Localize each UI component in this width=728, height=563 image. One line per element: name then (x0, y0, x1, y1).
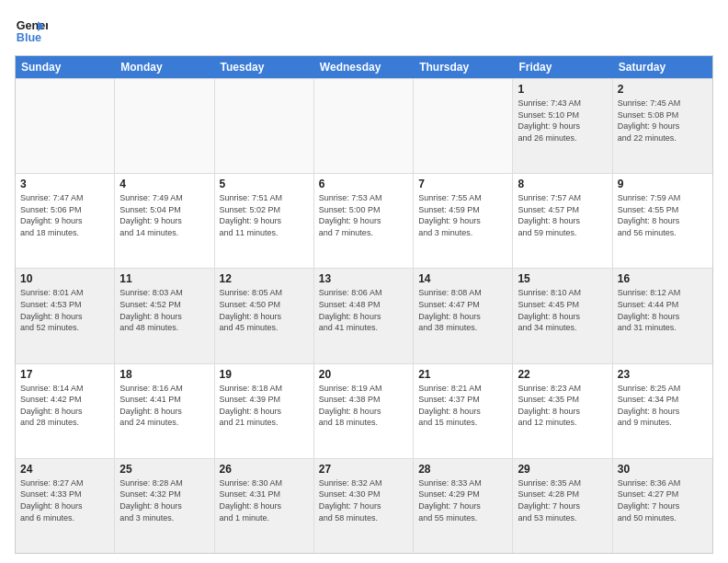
day-cell-5: 5Sunrise: 7:51 AM Sunset: 5:02 PM Daylig… (215, 174, 314, 268)
day-info: Sunrise: 7:55 AM Sunset: 4:59 PM Dayligh… (418, 192, 507, 238)
day-number: 2 (618, 83, 708, 96)
empty-cell (414, 79, 513, 173)
day-info: Sunrise: 7:47 AM Sunset: 5:06 PM Dayligh… (20, 192, 109, 238)
day-cell-7: 7Sunrise: 7:55 AM Sunset: 4:59 PM Daylig… (414, 174, 513, 268)
day-number: 17 (20, 368, 109, 381)
weekday-header-tuesday: Tuesday (215, 56, 314, 78)
empty-cell (215, 79, 314, 173)
day-cell-10: 10Sunrise: 8:01 AM Sunset: 4:53 PM Dayli… (16, 269, 115, 362)
calendar-row-2: 10Sunrise: 8:01 AM Sunset: 4:53 PM Dayli… (16, 268, 712, 362)
day-number: 4 (119, 178, 209, 190)
day-number: 22 (518, 368, 607, 381)
day-cell-17: 17Sunrise: 8:14 AM Sunset: 4:42 PM Dayli… (16, 364, 115, 458)
empty-cell (16, 79, 115, 173)
day-number: 28 (418, 463, 507, 476)
day-cell-19: 19Sunrise: 8:18 AM Sunset: 4:39 PM Dayli… (215, 364, 314, 458)
day-number: 15 (518, 272, 607, 285)
day-info: Sunrise: 8:05 AM Sunset: 4:50 PM Dayligh… (220, 287, 309, 333)
day-cell-28: 28Sunrise: 8:33 AM Sunset: 4:29 PM Dayli… (414, 459, 513, 553)
calendar: SundayMondayTuesdayWednesdayThursdayFrid… (15, 55, 713, 554)
day-cell-16: 16Sunrise: 8:12 AM Sunset: 4:44 PM Dayli… (613, 269, 712, 362)
day-number: 26 (220, 463, 309, 476)
day-number: 3 (20, 178, 109, 190)
day-info: Sunrise: 8:03 AM Sunset: 4:52 PM Dayligh… (119, 287, 209, 333)
day-info: Sunrise: 8:28 AM Sunset: 4:32 PM Dayligh… (119, 477, 209, 523)
day-info: Sunrise: 8:06 AM Sunset: 4:48 PM Dayligh… (319, 287, 408, 333)
day-info: Sunrise: 7:43 AM Sunset: 5:10 PM Dayligh… (518, 98, 607, 144)
day-number: 13 (319, 272, 408, 285)
calendar-row-0: 1Sunrise: 7:43 AM Sunset: 5:10 PM Daylig… (16, 78, 712, 173)
calendar-body: 1Sunrise: 7:43 AM Sunset: 5:10 PM Daylig… (16, 78, 712, 553)
day-info: Sunrise: 7:51 AM Sunset: 5:02 PM Dayligh… (220, 192, 309, 238)
day-info: Sunrise: 8:32 AM Sunset: 4:30 PM Dayligh… (319, 477, 408, 523)
page-header: General Blue (15, 15, 713, 48)
day-number: 18 (119, 368, 209, 381)
weekday-header-thursday: Thursday (414, 56, 513, 78)
weekday-header-saturday: Saturday (613, 56, 712, 78)
day-number: 23 (618, 368, 708, 381)
day-number: 30 (618, 463, 708, 476)
day-info: Sunrise: 8:25 AM Sunset: 4:34 PM Dayligh… (618, 383, 708, 429)
day-number: 6 (319, 178, 408, 190)
day-cell-21: 21Sunrise: 8:21 AM Sunset: 4:37 PM Dayli… (414, 364, 513, 458)
day-number: 12 (220, 272, 309, 285)
day-number: 10 (20, 272, 109, 285)
day-cell-9: 9Sunrise: 7:59 AM Sunset: 4:55 PM Daylig… (613, 174, 712, 268)
day-info: Sunrise: 8:16 AM Sunset: 4:41 PM Dayligh… (119, 383, 209, 429)
calendar-header: SundayMondayTuesdayWednesdayThursdayFrid… (16, 56, 712, 78)
day-number: 29 (518, 463, 607, 476)
day-info: Sunrise: 7:59 AM Sunset: 4:55 PM Dayligh… (618, 192, 708, 238)
day-cell-14: 14Sunrise: 8:08 AM Sunset: 4:47 PM Dayli… (414, 269, 513, 362)
day-cell-4: 4Sunrise: 7:49 AM Sunset: 5:04 PM Daylig… (115, 174, 214, 268)
day-info: Sunrise: 8:12 AM Sunset: 4:44 PM Dayligh… (618, 287, 708, 333)
day-cell-8: 8Sunrise: 7:57 AM Sunset: 4:57 PM Daylig… (513, 174, 612, 268)
logo-icon: General Blue (15, 15, 48, 48)
day-cell-20: 20Sunrise: 8:19 AM Sunset: 4:38 PM Dayli… (314, 364, 414, 458)
day-info: Sunrise: 8:01 AM Sunset: 4:53 PM Dayligh… (20, 287, 109, 333)
day-number: 27 (319, 463, 408, 476)
day-cell-27: 27Sunrise: 8:32 AM Sunset: 4:30 PM Dayli… (314, 459, 414, 553)
day-cell-12: 12Sunrise: 8:05 AM Sunset: 4:50 PM Dayli… (215, 269, 314, 362)
day-cell-24: 24Sunrise: 8:27 AM Sunset: 4:33 PM Dayli… (16, 459, 115, 553)
day-info: Sunrise: 7:49 AM Sunset: 5:04 PM Dayligh… (119, 192, 209, 238)
day-number: 14 (418, 272, 507, 285)
empty-cell (314, 79, 414, 173)
logo: General Blue (15, 15, 48, 48)
day-cell-6: 6Sunrise: 7:53 AM Sunset: 5:00 PM Daylig… (314, 174, 414, 268)
weekday-header-sunday: Sunday (16, 56, 115, 78)
day-number: 5 (220, 178, 309, 190)
day-cell-30: 30Sunrise: 8:36 AM Sunset: 4:27 PM Dayli… (613, 459, 712, 553)
day-cell-13: 13Sunrise: 8:06 AM Sunset: 4:48 PM Dayli… (314, 269, 414, 362)
day-info: Sunrise: 8:36 AM Sunset: 4:27 PM Dayligh… (618, 477, 708, 523)
day-cell-15: 15Sunrise: 8:10 AM Sunset: 4:45 PM Dayli… (513, 269, 612, 362)
day-number: 16 (618, 272, 708, 285)
weekday-header-monday: Monday (115, 56, 214, 78)
day-cell-29: 29Sunrise: 8:35 AM Sunset: 4:28 PM Dayli… (513, 459, 612, 553)
day-info: Sunrise: 8:30 AM Sunset: 4:31 PM Dayligh… (220, 477, 309, 523)
calendar-row-3: 17Sunrise: 8:14 AM Sunset: 4:42 PM Dayli… (16, 363, 712, 458)
svg-text:Blue: Blue (17, 31, 41, 44)
day-cell-22: 22Sunrise: 8:23 AM Sunset: 4:35 PM Dayli… (513, 364, 612, 458)
day-info: Sunrise: 8:14 AM Sunset: 4:42 PM Dayligh… (20, 383, 109, 429)
day-number: 11 (119, 272, 209, 285)
empty-cell (115, 79, 214, 173)
weekday-header-friday: Friday (513, 56, 612, 78)
day-info: Sunrise: 8:27 AM Sunset: 4:33 PM Dayligh… (20, 477, 109, 523)
day-number: 9 (618, 178, 708, 190)
day-info: Sunrise: 8:23 AM Sunset: 4:35 PM Dayligh… (518, 383, 607, 429)
day-info: Sunrise: 7:45 AM Sunset: 5:08 PM Dayligh… (618, 98, 708, 144)
day-cell-18: 18Sunrise: 8:16 AM Sunset: 4:41 PM Dayli… (115, 364, 214, 458)
day-number: 25 (119, 463, 209, 476)
day-cell-26: 26Sunrise: 8:30 AM Sunset: 4:31 PM Dayli… (215, 459, 314, 553)
day-info: Sunrise: 8:19 AM Sunset: 4:38 PM Dayligh… (319, 383, 408, 429)
day-info: Sunrise: 7:57 AM Sunset: 4:57 PM Dayligh… (518, 192, 607, 238)
weekday-header-wednesday: Wednesday (314, 56, 414, 78)
day-number: 20 (319, 368, 408, 381)
calendar-row-4: 24Sunrise: 8:27 AM Sunset: 4:33 PM Dayli… (16, 458, 712, 553)
day-number: 7 (418, 178, 507, 190)
day-info: Sunrise: 8:33 AM Sunset: 4:29 PM Dayligh… (418, 477, 507, 523)
day-info: Sunrise: 7:53 AM Sunset: 5:00 PM Dayligh… (319, 192, 408, 238)
day-cell-23: 23Sunrise: 8:25 AM Sunset: 4:34 PM Dayli… (613, 364, 712, 458)
day-cell-25: 25Sunrise: 8:28 AM Sunset: 4:32 PM Dayli… (115, 459, 214, 553)
day-info: Sunrise: 8:21 AM Sunset: 4:37 PM Dayligh… (418, 383, 507, 429)
